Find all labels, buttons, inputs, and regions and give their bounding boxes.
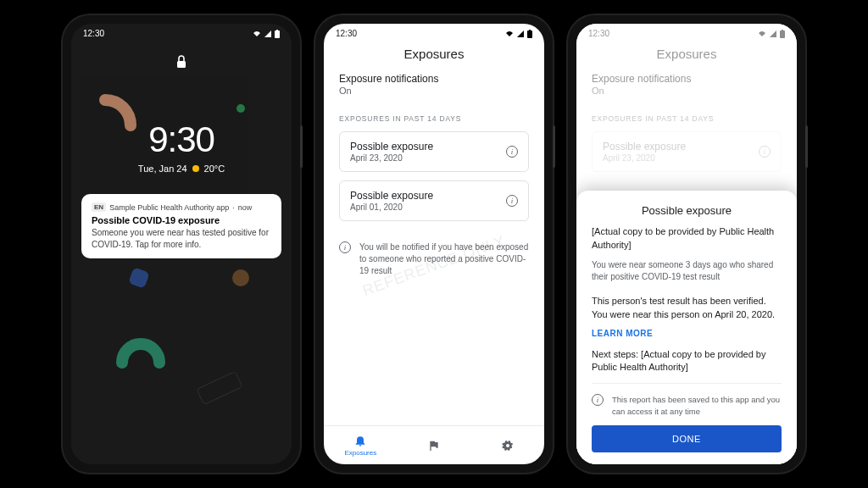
section-subhead: EXPOSURES IN PAST 14 DAYS: [592, 114, 782, 123]
phone-exposure-detail: 12:30 Exposures Exposure notifications O…: [568, 15, 805, 473]
svg-rect-7: [527, 30, 532, 38]
info-icon[interactable]: i: [506, 146, 518, 158]
exposure-detail-sheet: Possible exposure [Actual copy to be pro…: [576, 191, 797, 464]
page-title: Exposures: [324, 40, 544, 73]
statusbar-time: 12:30: [588, 29, 609, 38]
exposure-card[interactable]: Possible exposure April 01, 2020 i: [339, 180, 529, 221]
exposure-card-title: Possible exposure: [350, 190, 433, 202]
sheet-title: Possible exposure: [592, 204, 782, 217]
svg-point-2: [232, 269, 249, 286]
setting-exposure-notifications-value: On: [592, 86, 782, 96]
exposure-card-title: Possible exposure: [350, 141, 433, 152]
signal-icon: [516, 30, 525, 38]
exposure-card-date: April 23, 2020: [350, 153, 433, 163]
statusbar-time: 12:30: [336, 29, 357, 38]
svg-rect-10: [782, 30, 783, 31]
info-icon: i: [339, 241, 351, 253]
phone-exposures-list: 12:30 Exposures Exposure notifications O…: [315, 15, 553, 473]
page-title: Exposures: [576, 40, 797, 73]
signal-icon: [769, 30, 777, 38]
flag-icon: [427, 439, 441, 452]
settings-icon: [501, 439, 515, 452]
wallpaper-decoration: [71, 24, 292, 464]
setting-exposure-notifications-value: On: [339, 86, 529, 96]
info-icon[interactable]: i: [506, 195, 518, 207]
info-icon: i: [759, 146, 771, 158]
wifi-icon: [505, 30, 514, 38]
tab-label: Exposures: [344, 449, 376, 457]
tab-report[interactable]: [398, 426, 471, 464]
statusbar-indicators: [505, 30, 532, 38]
svg-rect-8: [529, 30, 531, 31]
phone-lockscreen: 12:30 9:30 Tue, Jan 24 20°C EN Sample Pu…: [63, 15, 300, 473]
svg-rect-3: [197, 371, 242, 404]
exposure-card-date: April 01, 2020: [350, 202, 433, 212]
exposure-card-title: Possible exposure: [603, 141, 686, 152]
sheet-verified: This person's test result has been verif…: [592, 295, 782, 322]
sheet-summary: You were near someone 3 days ago who sha…: [592, 259, 782, 283]
exposure-footnote: You will be notified if you have been ex…: [359, 241, 529, 277]
setting-exposure-notifications-label[interactable]: Exposure notifications: [339, 73, 529, 85]
tab-exposures[interactable]: Exposures: [324, 426, 398, 464]
svg-point-0: [236, 104, 245, 113]
tab-settings[interactable]: [470, 426, 544, 464]
done-button[interactable]: DONE: [592, 425, 782, 452]
svg-rect-9: [780, 30, 785, 38]
learn-more-link[interactable]: LEARN MORE: [592, 329, 782, 338]
bell-icon: [353, 434, 367, 447]
section-subhead: EXPOSURES IN PAST 14 DAYS: [339, 114, 529, 123]
setting-exposure-notifications-label: Exposure notifications: [592, 73, 782, 85]
sheet-saved-note: This report has been saved to this app a…: [612, 394, 782, 417]
sheet-placeholder-copy: [Actual copy to be provided by Public He…: [592, 225, 782, 252]
wifi-icon: [758, 30, 766, 38]
exposure-card-date: April 23, 2020: [603, 153, 686, 163]
battery-icon: [527, 30, 532, 38]
sheet-next-steps: Next steps: [Actual copy to be provided …: [592, 348, 782, 375]
battery-icon: [780, 30, 785, 38]
svg-rect-1: [128, 267, 150, 289]
exposure-card[interactable]: Possible exposure April 23, 2020 i: [339, 131, 529, 172]
statusbar-indicators: [758, 30, 785, 38]
exposure-card: Possible exposure April 23, 2020 i: [592, 131, 782, 172]
info-icon: i: [592, 394, 604, 406]
